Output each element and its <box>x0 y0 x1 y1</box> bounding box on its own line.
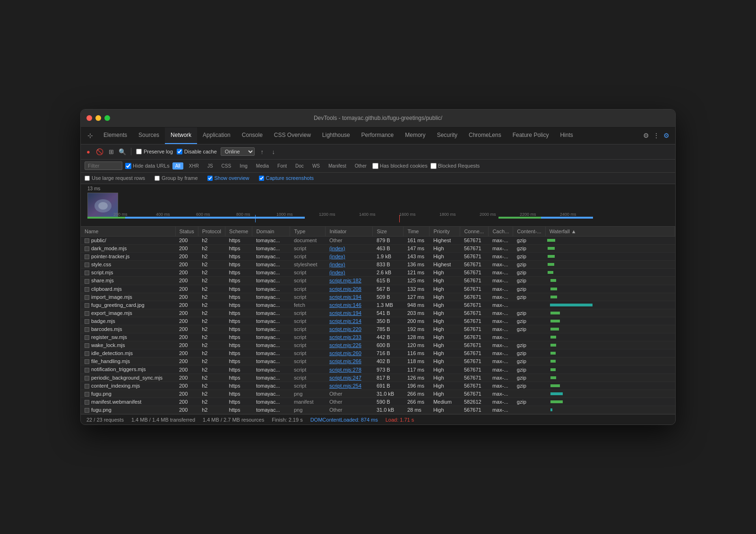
filter-icon[interactable]: ⊞ <box>107 148 115 155</box>
cell-initiator[interactable]: (index) <box>326 269 373 277</box>
col-header-priority[interactable]: Priority <box>430 227 460 237</box>
capture-screenshots-option[interactable]: Capture screenshots <box>259 175 314 181</box>
filter-tag-font[interactable]: Font <box>275 162 290 170</box>
cell-initiator[interactable]: script.mjs:194 <box>326 309 373 317</box>
cell-initiator[interactable]: script.mjs:266 <box>326 357 373 365</box>
table-row[interactable]: export_image.mjs 200 h2 https tomayac...… <box>81 309 675 317</box>
table-row[interactable]: file_handling.mjs 200 h2 https tomayac..… <box>81 357 675 365</box>
table-row[interactable]: import_image.mjs 200 h2 https tomayac...… <box>81 293 675 301</box>
table-row[interactable]: style.css 200 h2 https tomayac... styles… <box>81 261 675 269</box>
table-row[interactable]: fugu.png 200 h2 https tomayac... png Oth… <box>81 406 675 414</box>
show-overview-option[interactable]: Show overview <box>207 175 249 181</box>
cell-initiator[interactable]: script.mjs:226 <box>326 341 373 349</box>
group-by-frame-option[interactable]: Group by frame <box>155 175 198 181</box>
has-blocked-cookies-checkbox[interactable]: Has blocked cookies <box>372 163 428 169</box>
tab-security[interactable]: Security <box>431 127 463 144</box>
cell-initiator[interactable]: script.mjs:220 <box>326 325 373 333</box>
tab-lighthouse[interactable]: Lighthouse <box>317 127 356 144</box>
filter-tag-js[interactable]: JS <box>205 162 216 170</box>
col-header-conn[interactable]: Conne... <box>460 227 489 237</box>
blocked-requests-checkbox[interactable]: Blocked Requests <box>430 163 480 169</box>
col-header-cache[interactable]: Cach... <box>489 227 513 237</box>
cell-initiator[interactable]: (index) <box>326 245 373 253</box>
col-header-initiator[interactable]: Initiator <box>326 227 373 237</box>
maximize-button[interactable] <box>104 115 110 121</box>
cell-initiator[interactable]: script.mjs:182 <box>326 277 373 285</box>
table-row[interactable]: notification_triggers.mjs 200 h2 https t… <box>81 365 675 373</box>
preserve-log-input[interactable] <box>136 149 142 154</box>
filter-tag-manifest[interactable]: Manifest <box>326 162 349 170</box>
table-row[interactable]: clipboard.mjs 200 h2 https tomayac... sc… <box>81 285 675 293</box>
tab-sources[interactable]: Sources <box>133 127 165 144</box>
cell-initiator[interactable]: script.mjs:214 <box>326 317 373 325</box>
throttle-select[interactable]: Online Fast 3G Slow 3G Offline <box>221 147 255 156</box>
cell-initiator[interactable]: script.mjs:254 <box>326 381 373 390</box>
table-row[interactable]: content_indexing.mjs 200 h2 https tomaya… <box>81 381 675 390</box>
cell-initiator[interactable]: script.mjs:278 <box>326 365 373 373</box>
tab-chromelens[interactable]: ChromeLens <box>463 127 507 144</box>
search-icon[interactable]: 🔍 <box>119 148 126 155</box>
capture-screenshots-input[interactable] <box>259 176 264 181</box>
filter-tag-all[interactable]: All <box>172 162 183 170</box>
cell-initiator[interactable]: (index) <box>326 253 373 261</box>
blocked-requests-input[interactable] <box>430 163 437 169</box>
tab-hints[interactable]: Hints <box>554 127 578 144</box>
cell-initiator[interactable]: script.mjs:233 <box>326 333 373 341</box>
tab-elements[interactable]: Elements <box>98 127 133 144</box>
filter-tag-ws[interactable]: WS <box>309 162 323 170</box>
disable-cache-checkbox[interactable]: Disable cache <box>177 149 217 154</box>
network-table-scroll[interactable]: Name Status Protocol Scheme Domain Type … <box>81 227 675 414</box>
clear-button[interactable]: 🚫 <box>96 148 103 155</box>
col-header-name[interactable]: Name <box>81 227 175 237</box>
minimize-button[interactable] <box>95 115 101 121</box>
col-header-type[interactable]: Type <box>290 227 326 237</box>
settings-icon[interactable]: ⚙ <box>643 132 649 139</box>
record-button[interactable]: ● <box>85 148 92 155</box>
col-header-waterfall[interactable]: Waterfall ▲ <box>545 227 675 237</box>
table-row[interactable]: script.mjs 200 h2 https tomayac... scrip… <box>81 269 675 277</box>
disable-cache-input[interactable] <box>177 149 182 154</box>
tab-application[interactable]: Application <box>197 127 236 144</box>
hide-data-urls-checkbox[interactable]: Hide data URLs <box>125 163 170 169</box>
tab-memory[interactable]: Memory <box>399 127 431 144</box>
close-button[interactable] <box>86 115 92 121</box>
col-header-content[interactable]: Content-... <box>513 227 545 237</box>
table-row[interactable]: dark_mode.mjs 200 h2 https tomayac... sc… <box>81 245 675 253</box>
cell-initiator[interactable]: script.mjs:260 <box>326 349 373 357</box>
table-row[interactable]: idle_detection.mjs 200 h2 https tomayac.… <box>81 349 675 357</box>
cell-initiator[interactable]: script.mjs:208 <box>326 285 373 293</box>
filter-tag-img[interactable]: Img <box>237 162 250 170</box>
col-header-protocol[interactable]: Protocol <box>198 227 225 237</box>
table-row[interactable]: manifest.webmanifest 200 h2 https tomaya… <box>81 398 675 406</box>
filter-tag-media[interactable]: Media <box>253 162 272 170</box>
filter-tag-doc[interactable]: Doc <box>292 162 307 170</box>
cell-initiator[interactable]: script.mjs:194 <box>326 293 373 301</box>
table-row[interactable]: share.mjs 200 h2 https tomayac... script… <box>81 277 675 285</box>
table-row[interactable]: fugu_greeting_card.jpg 200 h2 https toma… <box>81 301 675 309</box>
col-header-scheme[interactable]: Scheme <box>225 227 252 237</box>
tab-network[interactable]: Network <box>165 127 197 144</box>
table-row[interactable]: fugu.png 200 h2 https tomayac... png Oth… <box>81 390 675 398</box>
filter-input[interactable] <box>85 161 122 170</box>
network-settings-icon[interactable]: ⚙ <box>663 132 670 139</box>
large-rows-input[interactable] <box>85 176 90 181</box>
cursor-icon[interactable]: ⊹ <box>83 132 98 139</box>
col-header-status[interactable]: Status <box>175 227 198 237</box>
table-row[interactable]: public/ 200 h2 https tomayac... document… <box>81 236 675 244</box>
cell-initiator[interactable]: script.mjs:146 <box>326 301 373 309</box>
table-row[interactable]: wake_lock.mjs 200 h2 https tomayac... sc… <box>81 341 675 349</box>
table-row[interactable]: pointer-tracker.js 200 h2 https tomayac.… <box>81 253 675 261</box>
filter-tag-css[interactable]: CSS <box>219 162 234 170</box>
table-row[interactable]: badge.mjs 200 h2 https tomayac... script… <box>81 317 675 325</box>
tab-console[interactable]: Console <box>236 127 268 144</box>
export-icon[interactable]: ↓ <box>270 148 277 155</box>
col-header-size[interactable]: Size <box>373 227 404 237</box>
filter-tag-other[interactable]: Other <box>352 162 369 170</box>
filter-tag-xhr[interactable]: XHR <box>186 162 202 170</box>
show-overview-input[interactable] <box>207 176 213 181</box>
col-header-time[interactable]: Time <box>404 227 430 237</box>
tab-performance[interactable]: Performance <box>356 127 400 144</box>
preserve-log-checkbox[interactable]: Preserve log <box>136 149 173 154</box>
has-blocked-cookies-input[interactable] <box>372 163 378 169</box>
cell-initiator[interactable]: (index) <box>326 261 373 269</box>
